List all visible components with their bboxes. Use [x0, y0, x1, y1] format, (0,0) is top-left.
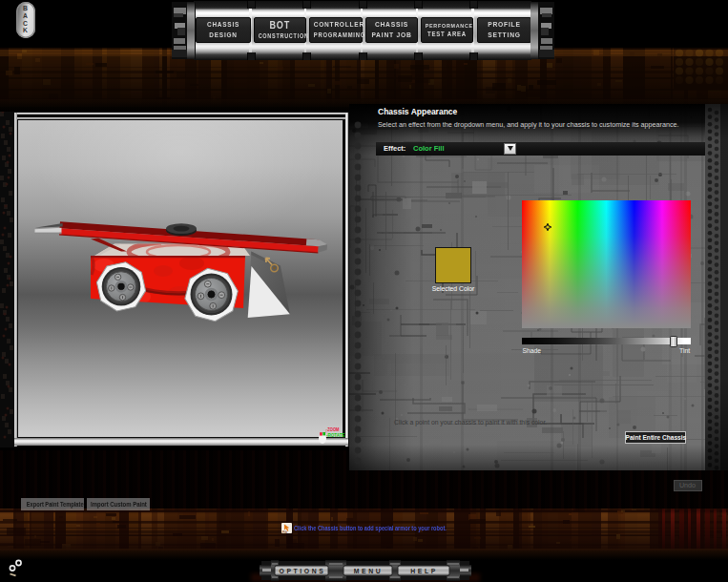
- svg-text:MENU: MENU: [354, 568, 383, 574]
- svg-text:-ROTATE: -ROTATE: [326, 432, 345, 438]
- svg-text:OPTIONS: OPTIONS: [280, 568, 326, 574]
- svg-text:File: File: [282, 530, 287, 534]
- svg-text:HELP: HELP: [410, 568, 438, 574]
